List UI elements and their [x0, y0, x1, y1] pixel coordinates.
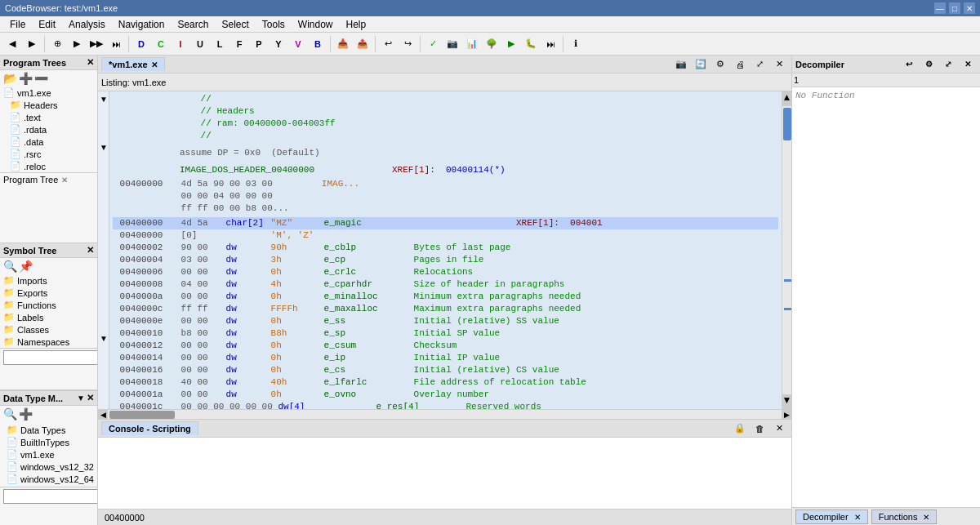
gutter-collapse-1[interactable]: ▼	[98, 93, 109, 105]
dt-icon-1[interactable]: 🔍	[3, 407, 17, 420]
checkmark-btn[interactable]: ✓	[424, 35, 442, 53]
menu-select[interactable]: Select	[215, 17, 255, 32]
menu-search[interactable]: Search	[171, 17, 215, 32]
tree-data[interactable]: 📄.data	[0, 136, 97, 148]
dec-tab-decompiler[interactable]: Decompiler ✕	[795, 509, 868, 524]
program-tree-x[interactable]: ✕	[61, 176, 68, 185]
data-row-ovno[interactable]: 0040001a 00 00 dw 0h e_ovno Overlay numb…	[113, 389, 778, 401]
nav-btn-2[interactable]: ▶	[68, 35, 86, 53]
menu-analysis[interactable]: Analysis	[62, 17, 112, 32]
V-btn[interactable]: V	[289, 35, 307, 53]
scroll-thumb[interactable]	[783, 108, 791, 140]
sym-filter-input[interactable]	[3, 350, 97, 365]
dt-icon-2[interactable]: ➕	[19, 407, 33, 420]
dec-close-btn[interactable]: ✕	[959, 56, 977, 73]
symbol-tree-close[interactable]: ✕	[87, 245, 94, 256]
play-btn[interactable]: ▶	[502, 35, 520, 53]
label-btn[interactable]: L	[211, 35, 229, 53]
menu-help[interactable]: Help	[340, 17, 373, 32]
menu-navigation[interactable]: Navigation	[112, 17, 172, 32]
menu-tools[interactable]: Tools	[256, 17, 292, 32]
scroll-down-btn[interactable]: ▼	[782, 394, 792, 409]
data-type-close[interactable]: ✕	[87, 393, 94, 403]
data-row-cs[interactable]: 00400016 00 00 dw 0h e_cs Initial (relat…	[113, 364, 778, 376]
console-tab[interactable]: Console - Scripting	[101, 421, 198, 435]
sym-namespaces[interactable]: 📁Namespaces	[0, 336, 97, 348]
dec-tab-funcs-close[interactable]: ✕	[923, 513, 929, 522]
sym-functions[interactable]: 📁Functions	[0, 299, 97, 311]
comment-btn[interactable]: C	[152, 35, 170, 53]
data-row-sp[interactable]: 00400010 b8 00 dw B8h e_sp Initial SP va…	[113, 327, 778, 340]
B-btn[interactable]: B	[309, 35, 327, 53]
decompiler-content[interactable]: No Function	[792, 87, 980, 507]
restore-btn[interactable]: 🔄	[692, 56, 710, 73]
screenshot-btn[interactable]: 📷	[443, 35, 461, 53]
data-row-ip[interactable]: 00400014 00 00 dw 0h e_ip Initial IP val…	[113, 352, 778, 364]
data-row-cparhdr[interactable]: 00400008 04 00 dw 4h e_cparhdr Size of h…	[113, 278, 778, 291]
data-row-maxalloc[interactable]: 0040000c ff ff dw FFFFh e_maxalloc Maxim…	[113, 303, 778, 315]
tree-root-vm1[interactable]: 📄 vm1.exe	[0, 87, 97, 99]
data-btn[interactable]: I	[172, 35, 189, 53]
info-btn[interactable]: ℹ	[567, 35, 585, 53]
expand-btn[interactable]: ⤢	[751, 56, 768, 73]
maximize-button[interactable]: □	[949, 2, 960, 14]
listing-scrollbar[interactable]: ▲ ▼	[782, 91, 791, 409]
listing-close-btn[interactable]: ✕	[770, 56, 788, 73]
sym-labels[interactable]: 📁Labels	[0, 311, 97, 323]
dec-settings-btn[interactable]: ⚙	[920, 56, 938, 73]
open-folder-icon[interactable]: 📂	[3, 72, 17, 85]
remove-tree-icon[interactable]: ➖	[34, 72, 48, 85]
data-row-csum[interactable]: 00400012 00 00 dw 0h e_csum Checksum	[113, 340, 778, 352]
program-trees-close[interactable]: ✕	[87, 57, 94, 68]
dt-win64[interactable]: 📄windows_vs12_64	[3, 473, 94, 485]
dec-tab-functions[interactable]: Functions ✕	[871, 509, 938, 524]
listing-tab-close[interactable]: ✕	[151, 60, 158, 69]
scroll-left-btn[interactable]: ◀	[98, 410, 108, 420]
data-row-lfarlc[interactable]: 00400018 40 00 dw 40h e_lfarlc File addr…	[113, 376, 778, 389]
dec-expand-btn[interactable]: ⤢	[939, 56, 957, 73]
tree-headers[interactable]: 📁Headers	[0, 99, 97, 111]
export-btn[interactable]: 📤	[354, 35, 372, 53]
close-button[interactable]: ✕	[964, 2, 975, 14]
Y-btn[interactable]: Y	[270, 35, 287, 53]
gutter-collapse-3[interactable]: ▼	[98, 332, 109, 344]
func-btn[interactable]: F	[230, 35, 248, 53]
hex-row-1[interactable]: 00400000 4d 5a 90 00 03 00 IMAG...	[113, 178, 778, 190]
gutter-collapse-2[interactable]: ▼	[98, 141, 109, 153]
nav-btn-1[interactable]: ⊕	[48, 35, 66, 53]
code-area[interactable]: // // Headers // ram: 00400000-004003ff …	[109, 91, 782, 409]
data-row-res[interactable]: 0040001c 00 00 00 00 00 00 dw[4] e_res[4…	[113, 401, 778, 409]
ptr-btn[interactable]: P	[250, 35, 268, 53]
dec-refresh-btn[interactable]: ↩	[900, 56, 918, 73]
dt-vm1[interactable]: 📄vm1.exe	[3, 448, 94, 460]
data-row-magic[interactable]: 00400000 4d 5a char[2] "MZ" e_magic XREF…	[113, 217, 778, 229]
scroll-up-btn[interactable]: ▲	[782, 91, 792, 106]
tree-rsrc[interactable]: 📄.rsrc	[0, 148, 97, 160]
menu-edit[interactable]: Edit	[32, 17, 62, 32]
menu-file[interactable]: File	[3, 17, 32, 32]
undo-btn[interactable]: ↩	[379, 35, 397, 53]
sym-imports[interactable]: 📁Imports	[0, 274, 97, 287]
dt-builtins[interactable]: 📄BuiltInTypes	[3, 436, 94, 448]
graph-btn[interactable]: 📊	[463, 35, 481, 53]
disassemble-btn[interactable]: D	[132, 35, 150, 53]
data-row-crlc[interactable]: 00400006 00 00 dw 0h e_crlc Relocations	[113, 266, 778, 278]
nav-btn-4[interactable]: ⏭	[107, 35, 125, 53]
tree-rdata[interactable]: 📄.rdata	[0, 123, 97, 136]
step-btn[interactable]: ⏭	[541, 35, 559, 53]
console-content[interactable]	[98, 438, 791, 509]
sym-classes[interactable]: 📁Classes	[0, 323, 97, 336]
h-scroll-track[interactable]	[108, 410, 782, 420]
import-btn[interactable]: 📥	[334, 35, 352, 53]
scroll-right-btn[interactable]: ▶	[782, 410, 791, 420]
h-scrollbar[interactable]: ◀ ▶	[98, 409, 791, 419]
snapshot-btn[interactable]: 📷	[672, 56, 690, 73]
debug-btn[interactable]: 🐛	[522, 35, 540, 53]
tree-text[interactable]: 📄.text	[0, 111, 97, 123]
listing-tab-vm1[interactable]: *vm1.exe ✕	[101, 57, 165, 71]
forward-button[interactable]: ▶	[23, 35, 41, 53]
sym-icon-1[interactable]: 🔍	[3, 260, 17, 273]
listing-settings-btn[interactable]: ⚙	[711, 56, 729, 73]
redo-btn[interactable]: ↪	[399, 35, 416, 53]
sym-icon-2[interactable]: 📌	[19, 260, 33, 273]
